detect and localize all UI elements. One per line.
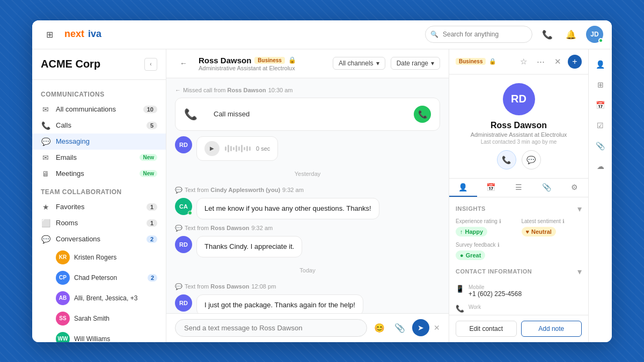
profile-title: Administrative Assistant at Electrolux — [458, 131, 580, 138]
convo-item-kristen[interactable]: KR Kristen Rogers — [32, 247, 166, 268]
strip-calendar-icon[interactable]: 📅 — [592, 97, 609, 114]
contact-profile: RD Ross Dawson Administrative Assistant … — [449, 75, 588, 179]
strip-checklist-icon[interactable]: ☑ — [592, 117, 609, 134]
collapse-contact-icon[interactable]: ▾ — [577, 267, 582, 277]
collapse-sidebar-button[interactable]: ‹ — [144, 58, 157, 71]
phone-button[interactable]: 📞 — [539, 26, 556, 43]
attachment-button[interactable]: 📎 — [392, 320, 408, 336]
mobile-info: Mobile +1 (602) 225-4568 — [469, 284, 522, 298]
search-icon: 🔍 — [430, 31, 438, 38]
mobile-info-item: 📱 Mobile +1 (602) 225-4568 — [456, 281, 582, 301]
add-note-button[interactable]: Add note — [521, 321, 582, 337]
edit-contact-button[interactable]: Edit contact — [456, 321, 517, 337]
bell-button[interactable]: 🔔 — [562, 26, 580, 43]
right-panel: Business 🔒 ☆ ⋯ ✕ + RD Ross Dawson Admini… — [449, 49, 588, 342]
profile-name: Ross Dawson — [458, 121, 580, 130]
work-info-item: 📞 Work — [456, 301, 582, 315]
date-range-filter[interactable]: Date range ▾ — [391, 57, 440, 70]
close-panel-button[interactable]: ✕ — [551, 55, 565, 69]
sidebar-item-rooms[interactable]: ⬜ Rooms 1 — [32, 215, 166, 231]
profile-avatar: RD — [503, 83, 535, 115]
strip-person-icon[interactable]: 👤 — [592, 56, 609, 73]
chevron-down-icon: ▾ — [376, 60, 379, 67]
callback-button[interactable]: 📞 — [414, 106, 431, 123]
all-channels-filter[interactable]: All channels ▾ — [333, 57, 385, 70]
contact-info-section: CONTACT INFORMATION ▾ 📱 Mobile +1 (602) … — [456, 267, 582, 315]
cindy-from: Text from Cindy Applesworth (you) — [185, 187, 280, 193]
profile-call-button[interactable]: 📞 — [497, 150, 516, 169]
strip-grid-icon[interactable]: ⊞ — [592, 76, 609, 93]
convo-item-will[interactable]: WW Will Williams — [32, 329, 166, 342]
profile-message-button[interactable]: 💬 — [522, 150, 541, 169]
chad-name: Chad Peterson — [74, 274, 143, 282]
logo: next iva — [64, 28, 113, 40]
chat-header: ← Ross Dawson Business 🔒 Administrative … — [166, 49, 449, 78]
conversations-badge: 2 — [147, 235, 157, 243]
search-bar[interactable]: 🔍 — [425, 26, 532, 43]
chat-contact-title: Administrative Assistant at Electrolux — [199, 65, 296, 71]
right-header-actions: ☆ ⋯ ✕ + — [516, 55, 582, 69]
clear-input-button[interactable]: ✕ — [434, 323, 440, 332]
user-avatar[interactable]: JD — [586, 26, 603, 43]
info-icon3: ℹ — [497, 242, 500, 248]
star-button[interactable]: ☆ — [516, 55, 530, 69]
sidebar-item-emails[interactable]: ✉ Emails New — [32, 150, 166, 166]
emails-label: Emails — [56, 153, 134, 161]
meetings-label: Meetings — [56, 169, 134, 178]
chat-contact-name: Ross Dawson Business 🔒 — [199, 56, 296, 65]
search-input[interactable] — [425, 26, 532, 43]
back-button[interactable]: ← — [175, 55, 192, 72]
sidebar-item-messaging[interactable]: 💬 Messaging — [32, 134, 166, 150]
sidebar-item-calls[interactable]: 📞 Calls 5 — [32, 117, 166, 134]
strip-paperclip-icon[interactable]: 📎 — [592, 137, 609, 154]
emoji-button[interactable]: 😊 — [371, 320, 387, 336]
mobile-icon: 📱 — [456, 285, 464, 293]
more-options-button[interactable]: ⋯ — [533, 55, 547, 69]
tab-list[interactable]: ☰ — [505, 179, 533, 197]
add-button[interactable]: + — [568, 55, 582, 69]
today-message-group: 💬 Text from Ross Dawson 12:08 pm RD I ju… — [175, 283, 440, 313]
contact-info-header-row: CONTACT INFORMATION ▾ — [456, 267, 582, 277]
tab-attachment[interactable]: 📎 — [532, 179, 560, 197]
ross-bubble-row: RD Thanks Cindy. I appreciate it. — [175, 236, 440, 257]
tab-person[interactable]: 👤 — [449, 179, 477, 197]
nextiva-logo: next iva — [64, 28, 113, 40]
chat-input[interactable] — [175, 319, 367, 337]
insights-grid: Experience rating ℹ ↑ Happy Latest senti… — [456, 218, 582, 237]
favorites-label: Favorites — [56, 203, 141, 211]
ross-message-group: 💬 Text from Ross Dawson 9:32 am RD Thank… — [175, 225, 440, 257]
sidebar-item-favorites[interactable]: ★ Favorites 1 — [32, 199, 166, 215]
convo-item-sarah[interactable]: SS Sarah Smith — [32, 308, 166, 329]
sidebar-item-all-comms[interactable]: ✉ All communications 10 — [32, 101, 166, 117]
collapse-insights-icon[interactable]: ▾ — [577, 204, 582, 214]
company-name: ACME Corp — [41, 58, 100, 70]
svg-text:iva: iva — [88, 28, 102, 39]
calls-icon: 📞 — [41, 121, 50, 130]
mobile-label: Mobile — [469, 284, 522, 290]
convo-item-alli[interactable]: AB Alli, Brent, Jessica, +3 — [32, 288, 166, 308]
happy-icon: ↑ — [460, 228, 463, 235]
info-icon: ℹ — [499, 218, 501, 224]
strip-cloud-icon[interactable]: ☁ — [592, 158, 609, 175]
waveform — [225, 145, 251, 152]
tab-settings[interactable]: ⚙ — [560, 179, 588, 197]
play-button[interactable]: ▶ — [204, 141, 219, 156]
sidebar-item-meetings[interactable]: 🖥 Meetings New — [32, 166, 166, 182]
work-info: Work — [469, 304, 481, 310]
svg-text:next: next — [64, 28, 84, 39]
tab-calendar[interactable]: 📅 — [477, 179, 505, 197]
msg-icon2: 💬 — [175, 225, 182, 232]
convo-item-chad[interactable]: CP Chad Peterson 2 — [32, 268, 166, 288]
work-label: Work — [469, 304, 481, 310]
grid-menu-button[interactable]: ⊞ — [41, 26, 58, 43]
happy-tag: ↑ Happy — [456, 227, 487, 237]
messaging-label: Messaging — [56, 137, 157, 145]
conversations-icon: 💬 — [41, 235, 50, 243]
chad-avatar: CP — [56, 271, 70, 285]
conversations-label: Conversations — [56, 235, 141, 243]
online-indicator — [598, 38, 603, 43]
send-button[interactable]: ➤ — [412, 319, 429, 336]
right-panel-header: Business 🔒 ☆ ⋯ ✕ + — [449, 49, 588, 75]
sarah-name: Sarah Smith — [74, 315, 157, 322]
sidebar-item-conversations[interactable]: 💬 Conversations 2 — [32, 231, 166, 247]
